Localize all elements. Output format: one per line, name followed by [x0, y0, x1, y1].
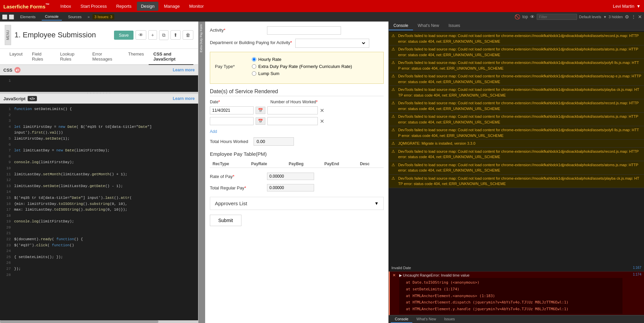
- dt-tab-console[interactable]: Console: [42, 13, 62, 21]
- devtools-prohibit-icon[interactable]: 🚫: [515, 14, 520, 20]
- line-num-1: 1: [3, 78, 11, 84]
- console-message: ⚠DevTools failed to load source map: Cou…: [389, 99, 644, 113]
- code-text: });: [14, 266, 21, 272]
- dt-bottom-whats-new[interactable]: What's New: [412, 316, 440, 323]
- submit-button[interactable]: Submit: [210, 215, 241, 226]
- nav-reports[interactable]: Reports: [112, 2, 136, 11]
- radio-extra-duty[interactable]: Extra Duty Pay Rate (Formerly Curriculum…: [252, 64, 352, 69]
- devtools-icon-1[interactable]: ⬜: [2, 14, 7, 20]
- tab-themes[interactable]: Themes: [123, 49, 149, 65]
- devtools-close-icon[interactable]: ✕: [638, 14, 642, 20]
- console-message: ⚠DevTools failed to load source map: Cou…: [389, 161, 644, 175]
- invalid-date-msg: Invalid Date 1:167: [389, 264, 644, 272]
- code-text: {min: limitFirstDay.toISOString().substr…: [14, 201, 127, 207]
- total-regular-pay-label: Total Regular Pay*: [210, 184, 264, 190]
- approvers-chevron[interactable]: ▼: [374, 201, 379, 206]
- devtools-eye-icon[interactable]: 👁: [530, 14, 535, 20]
- devtools-icon-2[interactable]: ⬜: [9, 14, 14, 20]
- radio-lump-sum-label: Lump Sum: [258, 71, 279, 76]
- total-regular-pay-row: Total Regular Pay*: [210, 184, 384, 191]
- nav-manage[interactable]: Manage: [160, 2, 184, 11]
- dt-tab-elements[interactable]: Elements: [17, 13, 39, 20]
- add-button[interactable]: +: [148, 30, 157, 40]
- delete-row-2[interactable]: ✕: [320, 118, 324, 124]
- hours-col-header: Number of Hours Worked*: [270, 100, 318, 104]
- dt-inner-issues[interactable]: Issues: [444, 22, 465, 30]
- devtools-dropdown-icon[interactable]: ▼: [603, 15, 607, 19]
- dt-inner-console[interactable]: Console: [389, 22, 413, 30]
- devtools-top-select[interactable]: top: [522, 14, 528, 19]
- stack-line: at setDateLimits (1:174): [406, 286, 616, 293]
- tab-lookup-rules[interactable]: Lookup Rules: [55, 49, 88, 65]
- devtools-more-icon[interactable]: ⋮: [631, 14, 636, 20]
- line-number: 8: [3, 154, 11, 160]
- cal-btn-1[interactable]: 📅: [256, 107, 265, 114]
- nav-inbox[interactable]: Inbox: [56, 2, 75, 11]
- tab-error-messages[interactable]: Error Messages: [88, 49, 123, 65]
- total-regular-pay-input[interactable]: [267, 184, 314, 191]
- dt-bottom-issues[interactable]: Issues: [440, 316, 459, 323]
- js-learn-more[interactable]: Learn more: [173, 96, 195, 101]
- form-main-area: Extra Duty Pay Form Activity* Department…: [198, 22, 388, 323]
- user-area: Levi Martin ▼: [613, 4, 641, 9]
- devtools-content: ⚠DevTools failed to load source map: Cou…: [389, 31, 644, 264]
- tab-css-js[interactable]: CSS and JavaScript: [149, 49, 193, 65]
- msg-text: DevTools failed to load source map: Coul…: [398, 46, 641, 58]
- editor-scrollbar[interactable]: [0, 320, 198, 323]
- line-number: 18: [3, 213, 11, 219]
- date-input-2[interactable]: [210, 117, 254, 125]
- share-button[interactable]: ⬆: [171, 30, 181, 40]
- hours-input-1[interactable]: [267, 106, 318, 114]
- delete-row-1[interactable]: ✕: [320, 107, 324, 114]
- approvers-header[interactable]: Approvers List ▼: [210, 197, 383, 210]
- hours-input-2[interactable]: [267, 117, 318, 125]
- msg-icon: ⚠: [391, 47, 396, 51]
- msg-icon: ⚠: [391, 33, 396, 38]
- menu-label[interactable]: MENU: [5, 25, 11, 45]
- nav-monitor[interactable]: Monitor: [185, 2, 207, 11]
- save-button[interactable]: Save: [114, 31, 134, 40]
- js-code-line: 7 let limitLastDay = new Date(limitFirst…: [3, 148, 195, 154]
- css-code-editor[interactable]: 1: [0, 75, 198, 92]
- tab-layout[interactable]: Layout: [5, 49, 27, 65]
- js-code-line: 20: [3, 225, 195, 231]
- msg-icon: ⚠: [391, 163, 396, 167]
- rate-of-pay-input[interactable]: [267, 173, 314, 180]
- copy-button[interactable]: ⧉: [159, 30, 168, 40]
- date-input-1[interactable]: [210, 106, 254, 114]
- total-hours-input[interactable]: [254, 137, 294, 146]
- js-code-line: 11 limitLastDay.setMonth(limitLastDay.ge…: [3, 172, 195, 178]
- devtools-settings-icon[interactable]: ⚙: [625, 14, 629, 20]
- radio-hourly-input[interactable]: [252, 57, 256, 62]
- radio-lump-sum[interactable]: Lump Sum: [252, 71, 352, 76]
- user-name[interactable]: Levi Martin: [613, 4, 635, 9]
- css-learn-more[interactable]: Learn more: [173, 68, 195, 72]
- delete-button[interactable]: 🗑: [183, 30, 193, 40]
- radio-hourly[interactable]: Hourly Rate: [252, 57, 352, 62]
- line-number: 25: [3, 254, 11, 260]
- more-tabs[interactable]: »: [88, 15, 90, 19]
- error-location[interactable]: 1:174: [624, 273, 641, 276]
- cal-btn-2[interactable]: 📅: [256, 117, 265, 125]
- devtools-filter-input[interactable]: [537, 14, 577, 20]
- nav-start-process[interactable]: Start Process: [76, 2, 111, 11]
- js-code-editor[interactable]: 1function setDateLimits() {234 let limit…: [0, 104, 198, 320]
- devtools-default-levels[interactable]: Default levels: [579, 15, 601, 19]
- user-chevron[interactable]: ▼: [636, 4, 641, 9]
- radio-extra-duty-input[interactable]: [252, 64, 256, 69]
- dt-bottom-console[interactable]: Console: [391, 316, 412, 323]
- add-date-link[interactable]: Add: [210, 129, 217, 134]
- radio-lump-sum-input[interactable]: [252, 71, 256, 76]
- dept-select[interactable]: [298, 40, 366, 46]
- preview-button[interactable]: 👁: [136, 30, 146, 40]
- dt-inner-whats-new[interactable]: What's New: [413, 22, 444, 30]
- js-code-line: 16 {min: limitFirstDay.toISOString().sub…: [3, 201, 195, 207]
- activity-input[interactable]: [267, 26, 341, 35]
- nav-design[interactable]: Design: [137, 2, 158, 11]
- msg-icon: ⚠: [391, 141, 396, 146]
- invalid-date-location[interactable]: 1:167: [633, 266, 641, 270]
- tab-field-rules[interactable]: Field Rules: [27, 49, 55, 65]
- code-text: console.log(limitFirstDay);: [14, 159, 74, 166]
- dt-tab-sources[interactable]: Sources: [65, 13, 85, 20]
- code-text: console.log(limitFirstDay);: [14, 219, 74, 225]
